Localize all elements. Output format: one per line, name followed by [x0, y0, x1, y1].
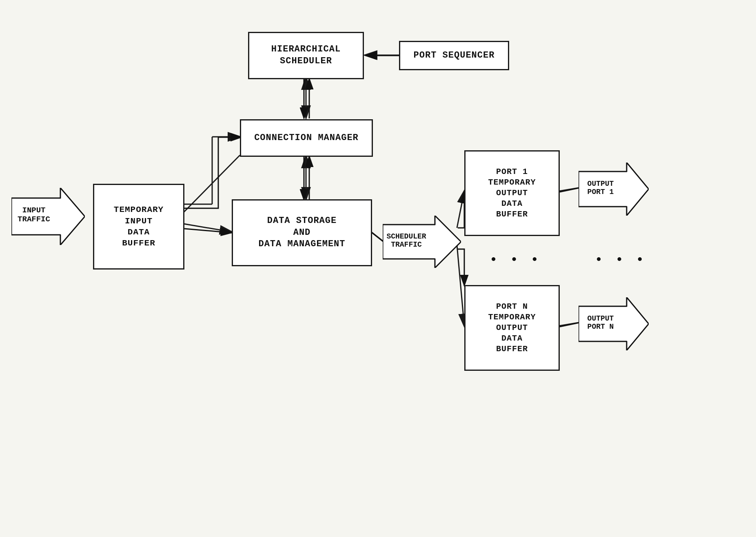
buffer-dots: • • • — [490, 252, 541, 267]
svg-line-6 — [184, 224, 232, 232]
temporary-input-buffer: TEMPORARYINPUTDATABUFFER — [93, 184, 184, 270]
svg-text:SCHEDULER: SCHEDULER — [386, 232, 426, 241]
svg-line-14 — [559, 323, 579, 326]
svg-line-10 — [371, 232, 383, 241]
output-dots: • • • — [595, 252, 646, 267]
hierarchical-scheduler: HIERARCHICALSCHEDULER — [248, 32, 364, 79]
svg-text:PORT 1: PORT 1 — [588, 188, 614, 196]
diagram-container: INPUT TRAFFIC TEMPORARYINPUTDATABUFFER H… — [0, 0, 756, 537]
svg-line-25 — [560, 323, 579, 327]
output-port1-arrow: OUTPUT PORT 1 — [579, 163, 649, 216]
svg-text:TRAFFIC: TRAFFIC — [18, 215, 50, 224]
data-storage: DATA STORAGEANDDATA MANAGEMENT — [232, 199, 372, 266]
svg-line-24 — [560, 188, 579, 192]
svg-text:TRAFFIC: TRAFFIC — [391, 241, 422, 249]
connection-manager: CONNECTION MANAGER — [240, 119, 373, 157]
port-sequencer: PORT SEQUENCER — [399, 41, 509, 70]
svg-text:OUTPUT: OUTPUT — [588, 314, 614, 323]
svg-text:PORT N: PORT N — [588, 323, 614, 331]
svg-line-20 — [184, 229, 232, 233]
svg-text:INPUT: INPUT — [22, 206, 45, 215]
svg-line-13 — [559, 188, 579, 191]
svg-text:OUTPUT: OUTPUT — [588, 180, 614, 188]
portN-output-buffer: PORT NTEMPORARYOUTPUTDATABUFFER — [464, 285, 560, 371]
scheduler-traffic-arrow: SCHEDULER TRAFFIC — [383, 216, 461, 268]
input-traffic-arrow: INPUT TRAFFIC — [11, 188, 85, 245]
port1-output-buffer: PORT 1TEMPORARYOUTPUTDATABUFFER — [464, 150, 560, 236]
output-portN-arrow: OUTPUT PORT N — [579, 297, 649, 350]
svg-line-23 — [372, 233, 384, 242]
